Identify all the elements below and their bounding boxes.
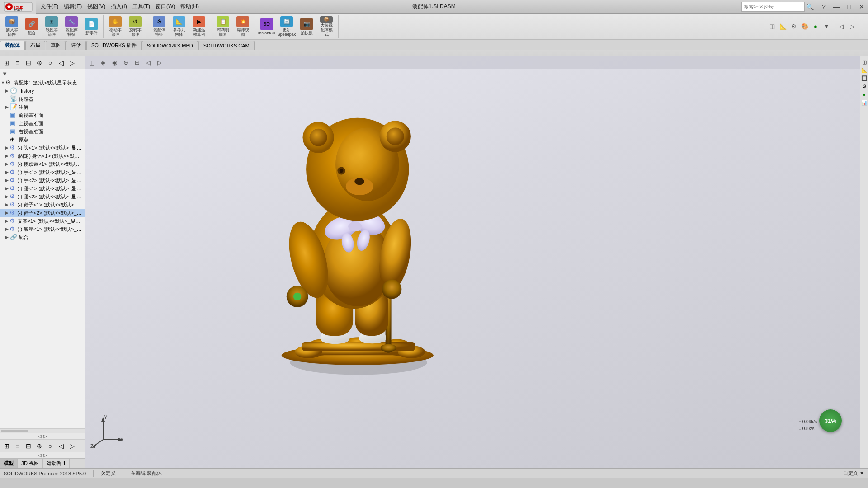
filter-icon[interactable]: ▼: [2, 70, 8, 77]
scrollbar-thumb[interactable]: [1, 430, 28, 432]
tree-item-mates[interactable]: ▶ 🔗 配合: [0, 233, 85, 241]
expand-arrow[interactable]: ▶: [5, 89, 10, 93]
tab-sw-plugins[interactable]: SOLIDWORKS 插件: [86, 41, 142, 50]
explode-button[interactable]: 💥 爆炸视图: [233, 15, 253, 38]
bottom-next-icon[interactable]: ▷: [67, 441, 77, 451]
speedpak-button[interactable]: 🔄 更新Speedpak: [277, 15, 297, 38]
rp-icon4[interactable]: ⚙: [861, 83, 868, 90]
tree-item-notes[interactable]: ▶ 📝 注解: [0, 103, 85, 111]
tree-item-top-plane[interactable]: ▣ 上视基准面: [0, 119, 85, 127]
panel-next-icon[interactable]: ▷: [67, 58, 77, 68]
color-scheme-icon[interactable]: 🎨: [800, 22, 810, 32]
bom-button[interactable]: 📋 材料明细表: [213, 15, 233, 38]
file-menu[interactable]: 文件(F): [38, 2, 61, 11]
view-menu[interactable]: 视图(V): [85, 2, 108, 11]
feature-tree-icon[interactable]: ⊞: [2, 58, 12, 68]
display-manager-icon[interactable]: ○: [45, 58, 55, 68]
expand-arrow[interactable]: ▶: [5, 194, 9, 199]
tree-item-origin[interactable]: ⊕ 原点: [0, 136, 85, 144]
tree-item-front-plane[interactable]: ▣ 前视基准面: [0, 111, 85, 119]
close-button[interactable]: ✕: [855, 0, 868, 14]
tree-item-support[interactable]: ▶ ⚙ 支架<1> (默认<<默认>_显示状态: [0, 217, 85, 225]
tree-item-head[interactable]: ▶ ⚙ (-) 头<1> (默认<<默认>_显示状态: [0, 144, 85, 152]
viewport-prev-icon[interactable]: ◁: [143, 58, 153, 68]
search-input[interactable]: [741, 2, 805, 12]
expand-arrow[interactable]: ▶: [5, 105, 10, 109]
menu-bar[interactable]: 文件(F) 编辑(E) 视图(V) 插入(I) 工具(T) 窗口(W) 帮助(H…: [36, 2, 741, 11]
new-motion-button[interactable]: ▶ 新建运动算例: [189, 15, 209, 38]
tools-menu[interactable]: 工具(T): [130, 2, 153, 11]
rp-icon1[interactable]: ◫: [861, 58, 868, 66]
tree-item-base[interactable]: ▶ ⚙ (-) 底座<1> (默认<<默认>_显示状: [0, 225, 85, 233]
tree-item-leg2[interactable]: ▶ ⚙ (-) 腿<2> (默认<<默认>_显示状态: [0, 192, 85, 201]
minimize-button[interactable]: —: [830, 0, 843, 14]
panel-prev-icon[interactable]: ◁: [56, 58, 66, 68]
assembly-feature-button[interactable]: 🔧 装配体特征: [61, 15, 81, 38]
rotate-component-button[interactable]: ↺ 旋转零部件: [125, 15, 145, 38]
tab-3dview[interactable]: 3D 视图: [18, 459, 43, 468]
tree-item-history[interactable]: ▶ 🕐 History: [0, 87, 85, 95]
tab-motion[interactable]: 运动例 1: [43, 459, 70, 468]
dim-expert-icon[interactable]: ⊕: [34, 58, 44, 68]
bottom-icon5[interactable]: ○: [45, 441, 55, 451]
bottom-icon4[interactable]: ⊕: [34, 441, 44, 451]
viewport-icon4[interactable]: ⊕: [121, 58, 131, 68]
expand-left-icon[interactable]: ◁: [38, 434, 42, 439]
expand-arrow[interactable]: ▶: [5, 162, 9, 166]
assembly-feature2-button[interactable]: ⚙ 装配体特征: [149, 15, 169, 38]
rp-icon7[interactable]: ≡: [861, 107, 868, 114]
tree-item-shoe2[interactable]: ▶ ⚙ (-) 鞋子<2> (默认<<默认>_显示状: [0, 209, 85, 217]
mate-button[interactable]: 🔗 配合: [22, 15, 42, 38]
property-manager-icon[interactable]: ≡: [13, 58, 23, 68]
expand-arrow[interactable]: ▶: [5, 178, 9, 183]
h-scrollbar[interactable]: [0, 428, 85, 433]
config-manager-icon[interactable]: ⊟: [24, 58, 33, 68]
viewport-icon3[interactable]: ◉: [109, 58, 119, 68]
tree-item-body[interactable]: ▶ ⚙ (固定) 身体<1> (默认<<默认>_显: [0, 152, 85, 160]
ref-geometry-button[interactable]: 📐 参考几何体: [169, 15, 189, 38]
rp-icon6[interactable]: 📊: [861, 99, 868, 106]
tree-item-leg1[interactable]: ▶ ⚙ (-) 腿<1> (默认<<默认>_显示状态: [0, 184, 85, 192]
forward-arrow-icon[interactable]: ▷: [847, 22, 857, 32]
green-dot-icon[interactable]: ●: [811, 22, 821, 32]
rp-icon5[interactable]: ●: [861, 91, 868, 98]
tree-item-right-plane[interactable]: ▣ 右视基准面: [0, 127, 85, 136]
view-mode-icon1[interactable]: ◫: [767, 22, 777, 32]
tree-item-root[interactable]: ▼ ⚙ 装配体1 (默认<默认显示状态-1>): [0, 79, 85, 87]
expand-right-icon[interactable]: ▷: [43, 434, 47, 439]
tab-sketch[interactable]: 草图: [46, 41, 66, 50]
expand2-right-icon[interactable]: ▷: [43, 453, 47, 458]
expand-arrow[interactable]: ▶: [5, 145, 9, 150]
viewport-icon5[interactable]: ⊟: [132, 58, 142, 68]
help-menu[interactable]: 帮助(H): [178, 2, 202, 11]
expand-arrow[interactable]: ▶: [5, 170, 9, 174]
instant3d-button[interactable]: 3D Instant3D: [257, 15, 277, 38]
bottom-icon1[interactable]: ⊞: [2, 441, 12, 451]
maximize-button[interactable]: □: [843, 0, 855, 14]
expand-arrow[interactable]: ▼: [1, 80, 5, 85]
view-mode-icon2[interactable]: 📐: [778, 22, 788, 32]
expand-arrow[interactable]: ▶: [5, 154, 9, 158]
expand-arrow[interactable]: ▶: [5, 186, 9, 191]
tab-layout[interactable]: 布局: [25, 41, 45, 50]
tab-model[interactable]: 模型: [0, 459, 18, 468]
help-icon[interactable]: ?: [817, 0, 830, 14]
expand-arrow[interactable]: ▶: [5, 235, 10, 239]
tree-item-neck[interactable]: ▶ ⚙ (-) 揽颈道<1> (默认<<默认>_显示: [0, 160, 85, 168]
tree-item-sensors[interactable]: 📡 传感器: [0, 95, 85, 103]
new-part-button[interactable]: 📄 新零件: [81, 15, 101, 38]
viewport-icon1[interactable]: ◫: [87, 58, 97, 68]
back-arrow-icon[interactable]: ◁: [836, 22, 846, 32]
bottom-icon2[interactable]: ≡: [13, 441, 23, 451]
tree-item-shoe1[interactable]: ▶ ⚙ (-) 鞋子<1> (默认<<默认>_显示状: [0, 201, 85, 209]
rp-icon2[interactable]: 📐: [861, 66, 868, 74]
tree-item-hand1[interactable]: ▶ ⚙ (-) 手<1> (默认<<默认>_显示状态: [0, 168, 85, 176]
customize-status[interactable]: 自定义 ▼: [843, 470, 864, 476]
tab-sw-mbd[interactable]: SOLIDWORKS MBD: [142, 41, 198, 50]
linear-component-button[interactable]: ⊞ 线性零部件: [42, 15, 61, 38]
edit-menu[interactable]: 编辑(E): [61, 2, 85, 11]
window-menu[interactable]: 窗口(W): [153, 2, 178, 11]
bottom-icon3[interactable]: ⊟: [24, 441, 33, 451]
search-icon[interactable]: 🔍: [806, 3, 814, 10]
insert-menu[interactable]: 插入(I): [108, 2, 129, 11]
